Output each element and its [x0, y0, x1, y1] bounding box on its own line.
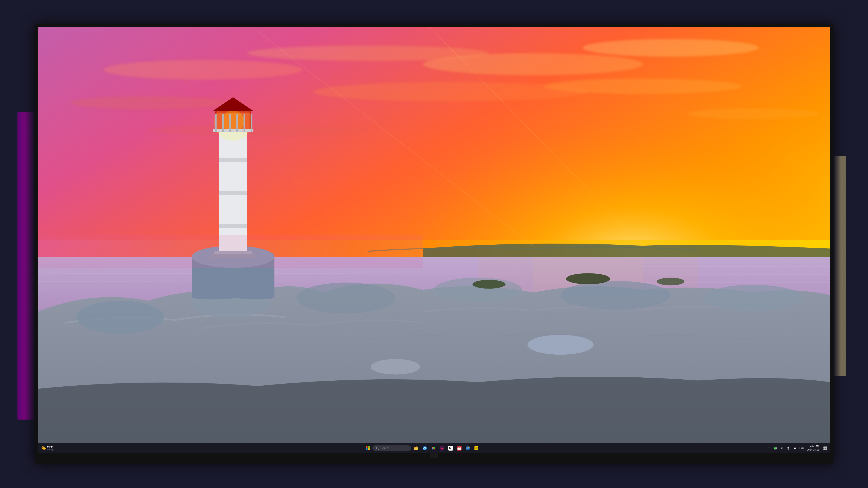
- monitor-screen: ☀️ 94°F Sunny: [38, 27, 830, 453]
- taskbar-app-box[interactable]: [455, 444, 463, 452]
- notification-center-button[interactable]: [822, 445, 829, 452]
- svg-point-4: [423, 53, 643, 75]
- svg-rect-44: [237, 114, 238, 132]
- svg-rect-69: [442, 447, 442, 449]
- search-icon: [376, 447, 379, 450]
- ambient-left: [18, 112, 35, 420]
- slack-icon: [440, 446, 444, 451]
- svg-point-5: [583, 39, 758, 57]
- taskbar: ☀️ 94°F Sunny: [38, 443, 830, 453]
- wifi-icon: [786, 447, 790, 450]
- clock-widget[interactable]: 4:01 PM 2024-08-16: [805, 444, 820, 452]
- svg-rect-85: [774, 447, 776, 449]
- tray-overflow-button[interactable]: ⌃: [766, 445, 772, 451]
- notion-icon: N: [448, 446, 453, 451]
- taskbar-app-notion[interactable]: N: [446, 444, 455, 452]
- temperature: 94°F: [47, 445, 53, 448]
- svg-point-62: [431, 446, 435, 450]
- svg-point-30: [657, 278, 684, 286]
- svg-rect-89: [824, 448, 825, 450]
- colorful-app-icon: [431, 446, 436, 451]
- windows-logo-icon: [366, 446, 370, 450]
- desktop-wallpaper: [38, 27, 830, 453]
- svg-point-20: [76, 301, 164, 334]
- taskbar-app-edge[interactable]: [421, 444, 429, 452]
- svg-rect-49: [38, 235, 423, 268]
- tray-volume-icon[interactable]: [792, 445, 798, 451]
- taskbar-app-colorful[interactable]: [429, 444, 437, 452]
- svg-point-6: [71, 96, 225, 109]
- svg-rect-54: [368, 446, 370, 448]
- taskbar-app-slack[interactable]: [438, 444, 446, 452]
- taskbar-apps: N: [412, 444, 480, 452]
- svg-rect-34: [219, 191, 247, 195]
- weather-widget[interactable]: ☀️ 94°F Sunny: [39, 444, 55, 452]
- svg-point-86: [788, 449, 789, 450]
- svg-point-71: [443, 448, 443, 449]
- search-bar[interactable]: Search: [372, 445, 411, 451]
- clock-time: 4:01 PM: [810, 445, 819, 448]
- svg-rect-46: [251, 114, 252, 132]
- svg-rect-42: [222, 114, 224, 132]
- svg-point-29: [566, 273, 610, 284]
- svg-rect-33: [219, 158, 247, 162]
- tray-wifi-icon[interactable]: [785, 445, 792, 451]
- svg-rect-35: [219, 224, 247, 228]
- svg-point-61: [423, 446, 427, 450]
- svg-rect-79: [474, 446, 478, 450]
- search-label: Search: [381, 447, 390, 450]
- svg-point-77: [466, 447, 469, 449]
- tray-network-icon[interactable]: [779, 445, 785, 451]
- svg-rect-56: [368, 448, 370, 450]
- svg-point-65: [432, 448, 433, 450]
- svg-point-2: [104, 60, 302, 79]
- svg-rect-88: [826, 447, 827, 448]
- svg-rect-75: [458, 448, 461, 450]
- taskbar-app-sticky-notes[interactable]: [472, 444, 480, 452]
- svg-point-25: [704, 285, 803, 311]
- fish-icon: [465, 446, 470, 451]
- svg-point-63: [432, 447, 433, 448]
- svg-rect-45: [244, 114, 245, 132]
- tray-language-icon[interactable]: ENG: [798, 445, 804, 451]
- svg-point-26: [528, 335, 594, 355]
- sticky-notes-icon: [474, 446, 479, 451]
- battery-icon: [774, 447, 777, 450]
- svg-rect-84: [776, 448, 777, 449]
- taskbar-app-fish[interactable]: [464, 444, 472, 452]
- taskbar-app-file-explorer[interactable]: [412, 444, 420, 452]
- volume-icon: [793, 447, 797, 450]
- svg-point-27: [371, 359, 420, 375]
- clock-date: 2024-08-16: [807, 448, 819, 451]
- file-explorer-icon: [414, 446, 418, 451]
- svg-rect-60: [414, 447, 416, 448]
- tray-battery-icon[interactable]: [772, 445, 778, 451]
- svg-rect-43: [229, 114, 231, 132]
- taskbar-left: ☀️ 94°F Sunny: [39, 444, 78, 452]
- svg-point-64: [433, 447, 435, 448]
- weather-icon: ☀️: [41, 446, 46, 451]
- edge-icon: [423, 446, 427, 451]
- taskbar-center: Search: [78, 444, 766, 452]
- weather-text: 94°F Sunny: [47, 445, 53, 451]
- svg-rect-55: [366, 448, 368, 450]
- svg-text:N: N: [449, 447, 451, 450]
- notification-icon: [823, 446, 827, 450]
- svg-point-10: [687, 108, 819, 119]
- weather-condition: Sunny: [47, 448, 53, 451]
- svg-rect-40: [213, 129, 253, 132]
- svg-rect-90: [826, 448, 827, 450]
- taskbar-right: ⌃: [766, 444, 828, 452]
- svg-point-66: [433, 448, 435, 450]
- monitor-stand: [430, 453, 438, 458]
- svg-point-70: [440, 448, 441, 448]
- svg-point-9: [148, 125, 368, 136]
- svg-rect-87: [824, 447, 825, 448]
- svg-point-24: [561, 281, 671, 310]
- svg-line-58: [378, 449, 379, 450]
- monitor-frame: ☀️ 94°F Sunny: [35, 24, 833, 463]
- svg-point-22: [297, 283, 396, 314]
- svg-point-8: [544, 78, 742, 94]
- system-tray: ⌃: [766, 445, 804, 451]
- start-button[interactable]: [364, 444, 372, 452]
